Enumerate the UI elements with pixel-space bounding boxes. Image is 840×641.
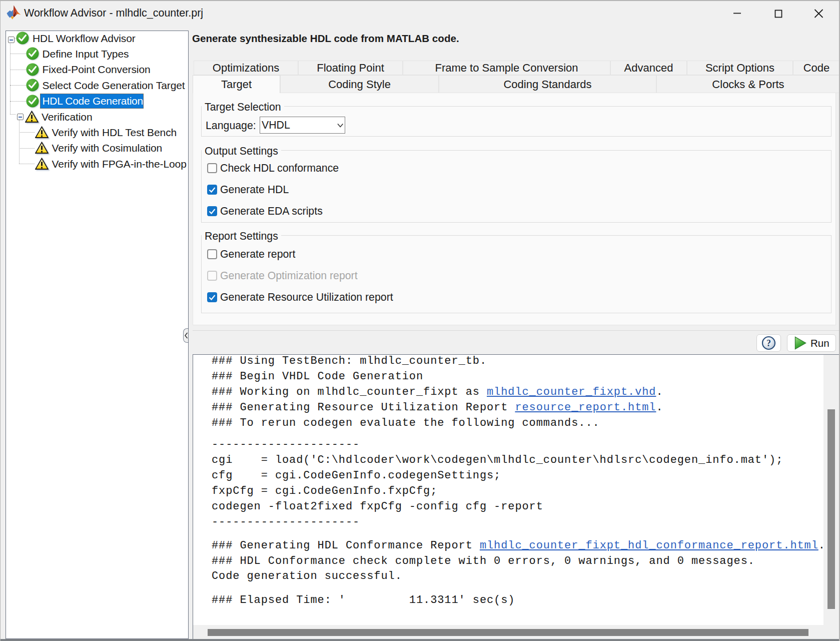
svg-text:?: ? <box>766 338 771 348</box>
